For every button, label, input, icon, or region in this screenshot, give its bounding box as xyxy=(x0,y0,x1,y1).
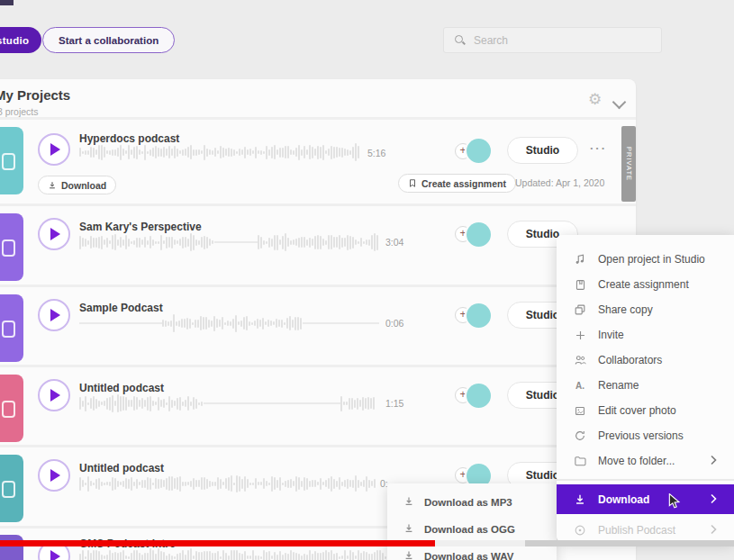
submenu-item-label: Download as WAV xyxy=(424,551,513,560)
download-icon xyxy=(403,548,414,560)
settings-gear-icon[interactable]: ⚙ xyxy=(588,92,602,107)
play-icon xyxy=(50,550,60,560)
updated-label: Updated: Apr 1, 2020 xyxy=(515,177,604,188)
download-icon xyxy=(403,521,414,537)
waveform xyxy=(79,474,376,493)
duration-label: 3:04 xyxy=(385,237,403,248)
cover-glyph-icon xyxy=(2,401,15,418)
cover-glyph-icon xyxy=(2,239,15,257)
play-icon xyxy=(50,469,60,482)
play-button[interactable] xyxy=(38,379,70,411)
menu-section-divider xyxy=(557,479,734,481)
menu-item-download[interactable]: Download xyxy=(557,484,734,514)
window-corner-mark xyxy=(0,0,14,5)
assignment-icon xyxy=(408,178,417,188)
cover-glyph-icon xyxy=(2,153,15,170)
play-button[interactable] xyxy=(38,218,70,250)
project-title[interactable]: Sample Podcast xyxy=(79,302,163,314)
menu-item-label: Download xyxy=(598,493,649,506)
menu-item-label: Publish Podcast xyxy=(598,524,675,537)
download-submenu: Download as MP3 Download as OGG Download… xyxy=(387,483,557,560)
project-cover[interactable] xyxy=(0,535,23,560)
download-button-label: Download xyxy=(61,180,106,191)
project-cover[interactable] xyxy=(0,455,23,522)
menu-item-edit-cover-photo[interactable]: Edit cover photo xyxy=(557,398,734,423)
project-title[interactable]: Sam Kary's Perspective xyxy=(79,221,202,233)
menu-item-invite[interactable]: Invite xyxy=(557,322,734,348)
project-row: Sample Podcast 0:06 + Studio xyxy=(0,287,636,366)
play-icon xyxy=(50,309,60,321)
page-title: My Projects xyxy=(0,87,70,103)
people-icon xyxy=(573,353,587,367)
play-button[interactable] xyxy=(38,459,70,492)
cover-glyph-icon xyxy=(2,481,15,498)
download-icon xyxy=(403,494,414,510)
project-cover[interactable] xyxy=(0,127,23,194)
menu-item-collaborators[interactable]: Collaborators xyxy=(557,348,734,373)
plus-icon xyxy=(573,328,587,342)
menu-item-label: Previous versions xyxy=(598,429,684,442)
submenu-chevron-icon xyxy=(710,453,718,469)
submenu-item-label: Download as OGG xyxy=(424,524,515,535)
menu-item-open-in-studio[interactable]: Open project in Studio xyxy=(557,247,734,272)
cover-glyph-icon xyxy=(2,321,15,338)
menu-item-publish-podcast: Publish Podcast xyxy=(557,518,734,543)
image-icon xyxy=(573,403,587,418)
play-button[interactable] xyxy=(38,133,70,166)
menu-item-label: Edit cover photo xyxy=(598,404,676,417)
collaborator-avatar xyxy=(467,384,491,408)
menu-item-label: Invite xyxy=(598,329,624,341)
search-box[interactable] xyxy=(443,27,662,53)
duration-label: 5:16 xyxy=(367,148,385,158)
history-icon xyxy=(573,429,587,443)
progress-buffered-segment xyxy=(435,540,525,546)
project-cover[interactable] xyxy=(0,213,23,281)
menu-item-previous-versions[interactable]: Previous versions xyxy=(557,423,734,448)
menu-item-label: Rename xyxy=(598,379,639,392)
copy-icon xyxy=(573,303,587,317)
search-icon xyxy=(455,35,466,46)
menu-item-label: Collaborators xyxy=(598,354,662,366)
project-row: Untitled podcast 1:15 + Studio xyxy=(0,367,636,446)
music-note-icon xyxy=(573,252,587,266)
publish-icon xyxy=(573,523,587,537)
waveform xyxy=(79,142,360,162)
project-cover[interactable] xyxy=(0,375,23,442)
progress-remaining-segment xyxy=(525,540,734,546)
download-icon xyxy=(48,181,57,190)
waveform xyxy=(79,393,376,413)
submenu-item-label: Download as MP3 xyxy=(424,497,512,508)
submenu-chevron-icon xyxy=(710,492,718,508)
project-context-menu: Open project in Studio Create assignment… xyxy=(557,235,734,542)
more-options-button[interactable]: ··· xyxy=(590,141,607,155)
project-row: Hyperdocs podcast 5:16 + Studio ··· PRIV… xyxy=(0,120,636,205)
download-button[interactable]: Download xyxy=(38,176,116,194)
search-input[interactable] xyxy=(472,33,654,48)
start-collaboration-button[interactable]: Start a collaboration xyxy=(42,27,175,53)
project-cover[interactable] xyxy=(0,294,23,362)
collaborator-avatar xyxy=(467,139,491,163)
waveform xyxy=(79,547,435,560)
rename-icon: A. xyxy=(573,378,587,393)
menu-item-label: Create assignment xyxy=(598,278,689,291)
waveform xyxy=(79,313,381,333)
project-title[interactable]: Untitled podcast xyxy=(79,462,164,474)
play-icon xyxy=(50,389,60,402)
project-title[interactable]: Untitled podcast xyxy=(79,382,164,394)
menu-item-label: Share copy xyxy=(598,303,653,316)
play-button[interactable] xyxy=(38,299,70,331)
create-assignment-button[interactable]: Create assignment xyxy=(398,174,516,193)
submenu-item-download-mp3[interactable]: Download as MP3 xyxy=(387,489,557,516)
open-studio-button[interactable]: Studio xyxy=(507,137,578,164)
collaborator-avatar xyxy=(467,303,491,328)
project-count: 3 projects xyxy=(0,106,39,117)
assignment-icon xyxy=(573,277,587,292)
private-badge: PRIVATE xyxy=(621,126,636,202)
menu-item-create-assignment[interactable]: Create assignment xyxy=(557,272,734,297)
video-progress-bar[interactable] xyxy=(0,540,734,546)
submenu-item-download-ogg[interactable]: Download as OGG xyxy=(387,516,557,543)
menu-item-move-to-folder[interactable]: Move to folder... xyxy=(557,448,734,474)
enter-studio-button[interactable]: studio xyxy=(0,27,41,53)
menu-item-rename[interactable]: A. Rename xyxy=(557,373,734,398)
menu-item-share-copy[interactable]: Share copy xyxy=(557,297,734,322)
